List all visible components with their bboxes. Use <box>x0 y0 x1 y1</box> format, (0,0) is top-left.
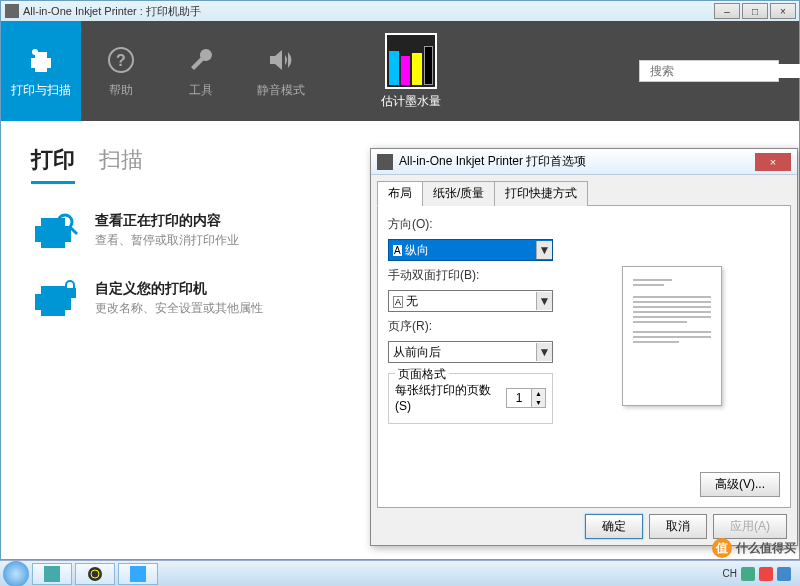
duplex-select[interactable]: A无 ▼ <box>388 290 553 312</box>
svg-rect-17 <box>130 566 146 582</box>
page-format-group: 页面格式 每张纸打印的页数(S) 1 ▲ ▼ <box>388 373 553 424</box>
spinner-down[interactable]: ▼ <box>532 398 545 407</box>
order-label: 页序(R): <box>388 318 553 335</box>
printer-scan-icon <box>25 44 57 76</box>
app-icon <box>5 4 19 18</box>
tab-scan[interactable]: 扫描 <box>99 145 143 184</box>
tab-shortcuts[interactable]: 打印快捷方式 <box>494 181 588 206</box>
chevron-down-icon: ▼ <box>536 343 552 361</box>
taskbar-app-2[interactable] <box>75 563 115 585</box>
tray-icon[interactable] <box>741 567 755 581</box>
orientation-label: 方向(O): <box>388 216 553 233</box>
minimize-button[interactable]: – <box>714 3 740 19</box>
search-box[interactable] <box>639 60 779 82</box>
toolbar-label: 打印与扫描 <box>11 82 71 99</box>
svg-rect-14 <box>44 566 60 582</box>
watermark: 值 什么值得买 <box>712 538 796 558</box>
svg-rect-6 <box>41 218 65 226</box>
maximize-button[interactable]: □ <box>742 3 768 19</box>
close-button[interactable]: × <box>770 3 796 19</box>
dialog-close-button[interactable]: × <box>755 153 791 171</box>
print-preferences-dialog: All-in-One Inkjet Printer 打印首选项 × 布局 纸张/… <box>370 148 798 546</box>
window-title: All-in-One Inkjet Printer : 打印机助手 <box>23 4 201 19</box>
tab-layout[interactable]: 布局 <box>377 181 423 206</box>
printer-lock-icon <box>31 280 79 320</box>
search-input[interactable] <box>650 64 800 78</box>
printer-search-icon <box>31 212 79 252</box>
dialog-titlebar: All-in-One Inkjet Printer 打印首选项 × <box>371 149 797 175</box>
svg-point-0 <box>32 49 38 55</box>
ok-button[interactable]: 确定 <box>585 514 643 539</box>
main-toolbar: 打印与扫描 ? 帮助 工具 静音模式 <box>1 21 799 121</box>
watermark-icon: 值 <box>712 538 732 558</box>
tab-print[interactable]: 打印 <box>31 145 75 184</box>
titlebar: All-in-One Inkjet Printer : 打印机助手 – □ × <box>1 1 799 21</box>
dialog-icon <box>377 154 393 170</box>
svg-line-9 <box>70 227 77 234</box>
page-preview <box>622 266 722 406</box>
pages-per-sheet-label: 每张纸打印的页数(S) <box>395 382 506 413</box>
chevron-down-icon: ▼ <box>536 241 552 259</box>
orientation-select[interactable]: A纵向 ▼ <box>388 239 553 261</box>
tray-icon[interactable] <box>777 567 791 581</box>
toolbar-label: 静音模式 <box>257 82 305 99</box>
toolbar-label: 帮助 <box>109 82 133 99</box>
toolbar-help[interactable]: ? 帮助 <box>81 21 161 121</box>
duplex-label: 手动双面打印(B): <box>388 267 553 284</box>
taskbar-app-1[interactable] <box>32 563 72 585</box>
option-title: 查看正在打印的内容 <box>95 212 239 230</box>
option-desc: 更改名称、安全设置或其他属性 <box>95 300 263 317</box>
help-icon: ? <box>105 44 137 76</box>
option-desc: 查看、暂停或取消打印作业 <box>95 232 239 249</box>
start-button[interactable] <box>3 561 29 587</box>
cancel-button[interactable]: 取消 <box>649 514 707 539</box>
spinner-up[interactable]: ▲ <box>532 389 545 398</box>
advanced-button[interactable]: 高级(V)... <box>700 472 780 497</box>
tab-paper-quality[interactable]: 纸张/质量 <box>422 181 495 206</box>
toolbar-print-scan[interactable]: 打印与扫描 <box>1 21 81 121</box>
toolbar-quiet[interactable]: 静音模式 <box>241 21 321 121</box>
lang-indicator[interactable]: CH <box>723 568 737 579</box>
svg-rect-7 <box>41 242 65 248</box>
svg-rect-12 <box>41 310 65 316</box>
ink-level-section[interactable]: 估计墨水量 <box>381 21 441 121</box>
toolbar-label: 工具 <box>189 82 213 99</box>
chevron-down-icon: ▼ <box>536 292 552 310</box>
dialog-title: All-in-One Inkjet Printer 打印首选项 <box>399 153 586 170</box>
svg-text:?: ? <box>116 52 126 69</box>
svg-point-15 <box>88 567 102 581</box>
tray-icon[interactable] <box>759 567 773 581</box>
taskbar-app-3[interactable] <box>118 563 158 585</box>
order-select[interactable]: 从前向后 ▼ <box>388 341 553 363</box>
system-tray[interactable]: CH <box>723 567 797 581</box>
svg-rect-11 <box>41 286 65 294</box>
ink-label: 估计墨水量 <box>381 93 441 110</box>
svg-rect-13 <box>64 288 76 298</box>
page-format-legend: 页面格式 <box>395 366 449 383</box>
apply-button[interactable]: 应用(A) <box>713 514 787 539</box>
wrench-icon <box>185 44 217 76</box>
pages-per-sheet-spinner[interactable]: 1 ▲ ▼ <box>506 388 546 408</box>
speaker-icon <box>265 44 297 76</box>
option-title: 自定义您的打印机 <box>95 280 263 298</box>
toolbar-tools[interactable]: 工具 <box>161 21 241 121</box>
taskbar: CH <box>0 560 800 586</box>
ink-bars <box>385 33 437 89</box>
